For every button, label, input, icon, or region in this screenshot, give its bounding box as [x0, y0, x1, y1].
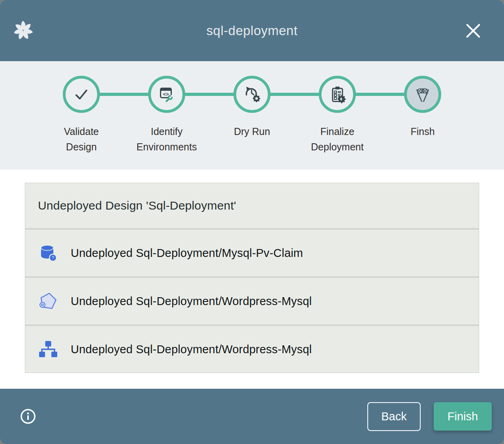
step-validate-design: Validate Design	[39, 76, 124, 155]
deployment-wizard-dialog: sql-deployment Validate Design	[0, 0, 504, 444]
dialog-content: Undeployed Design 'Sql-Deployment' ? Und…	[0, 170, 504, 389]
dry-run-clock-gear-icon	[243, 85, 261, 104]
wizard-stepper: Validate Design <>	[0, 61, 504, 170]
status-row-mysql-pv-claim: ? Undeployed Sql-Deployment/Mysql-Pv-Cla…	[25, 230, 479, 276]
step-finalize-deployment-circle[interactable]	[319, 76, 356, 113]
svg-text:<>: <>	[163, 91, 169, 97]
step-finish-circle[interactable]	[404, 76, 441, 113]
dialog-header: sql-deployment	[0, 0, 504, 61]
status-row-wordpress-mysql-2: Undeployed Sql-Deployment/Wordpress-Mysq…	[25, 326, 479, 373]
status-row-text: Undeployed Sql-Deployment/Mysql-Pv-Claim	[71, 247, 303, 260]
database-question-icon: ?	[39, 244, 58, 262]
step-finalize-deployment: Finalize Deployment	[295, 76, 380, 155]
finish-button[interactable]: Finish	[434, 402, 492, 431]
status-row-wordpress-mysql-1: Undeployed Sql-Deployment/Wordpress-Mysq…	[25, 278, 479, 324]
code-window-wrench-icon: <>	[157, 85, 176, 104]
step-label: Finsh	[410, 124, 434, 139]
close-icon[interactable]	[465, 23, 481, 39]
panel-header-text: Undeployed Design 'Sql-Deployment'	[25, 183, 479, 228]
back-button[interactable]: Back	[367, 402, 421, 431]
topology-tree-icon	[39, 340, 58, 359]
check-icon	[72, 85, 91, 104]
dialog-title: sql-deployment	[0, 23, 504, 38]
step-label: Validate Design	[48, 124, 115, 155]
clipboard-gear-icon	[328, 85, 347, 104]
status-row-text: Undeployed Sql-Deployment/Wordpress-Mysq…	[71, 343, 312, 356]
checkered-flags-icon	[413, 85, 432, 104]
status-row-text: Undeployed Sql-Deployment/Wordpress-Mysq…	[71, 295, 312, 308]
pentagon-component-icon	[39, 292, 58, 311]
info-icon[interactable]	[20, 408, 36, 425]
step-label: Identify Environments	[133, 124, 200, 155]
svg-text:?: ?	[52, 255, 54, 260]
step-label: Finalize Deployment	[304, 124, 371, 155]
step-label: Dry Run	[234, 124, 270, 139]
deployment-status-panel: Undeployed Design 'Sql-Deployment' ? Und…	[25, 183, 479, 373]
pinwheel-logo	[12, 19, 35, 42]
step-identify-environments-circle[interactable]: <>	[148, 76, 185, 113]
step-validate-design-circle[interactable]	[63, 76, 100, 113]
step-identify-environments: <> Identify Environments	[124, 76, 209, 155]
step-finish: Finsh	[380, 76, 465, 155]
step-dry-run-circle[interactable]	[233, 76, 271, 113]
dialog-footer: Back Finish	[0, 389, 504, 444]
step-dry-run: Dry Run	[209, 76, 295, 155]
